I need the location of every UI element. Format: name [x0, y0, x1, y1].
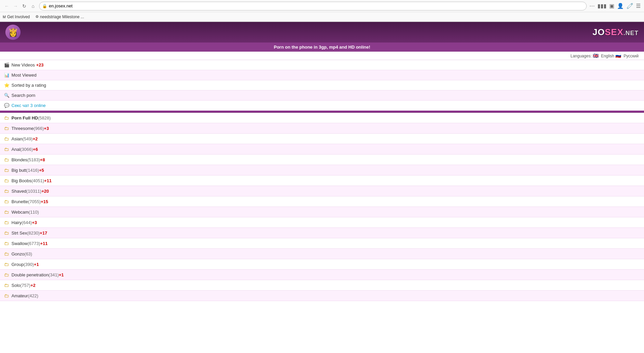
english-link[interactable]: English — [601, 54, 614, 58]
category-count: (6773) — [28, 241, 40, 246]
category-name: Gonzo — [11, 251, 24, 256]
search-porn-label: Search porn — [11, 93, 35, 98]
languages-label: Languages: — [570, 54, 592, 58]
category-name: Hairy — [11, 220, 22, 225]
nav-item-most-viewed[interactable]: 📊 Most Viewed — [0, 70, 644, 80]
most-viewed-label: Most Viewed — [11, 73, 36, 78]
category-name: Webcam — [11, 210, 29, 215]
reload-button[interactable]: ↻ — [20, 2, 28, 10]
site-logo: JOSEX.NET — [592, 27, 639, 37]
category-count: (966) — [34, 126, 44, 131]
browser-menu-icons: ⋯ ▮▮▮ ▣ 👤 🧷 ☰ — [589, 2, 641, 10]
category-count: (4051) — [31, 178, 44, 183]
home-button[interactable]: ⌂ — [29, 2, 37, 10]
category-item[interactable]: 🗀Brunette (7055)+15 — [0, 196, 644, 207]
category-name: Brunette — [11, 199, 28, 204]
category-item[interactable]: 🗀Anal (3066)+6 — [0, 144, 644, 155]
category-new: +6 — [33, 147, 38, 152]
category-new: +5 — [39, 168, 44, 173]
back-button[interactable]: ← — [3, 2, 11, 10]
category-count: (549) — [23, 136, 33, 141]
russian-link[interactable]: Русский — [623, 54, 639, 58]
category-item[interactable]: 🗀Big butt (1416)+5 — [0, 165, 644, 175]
extensions-icon[interactable]: 🧷 — [626, 2, 634, 10]
overflow-icon[interactable]: ⋯ — [589, 2, 595, 10]
category-item[interactable]: 🗀Porn Full HD (5828) — [0, 113, 644, 123]
category-item[interactable]: 🗀Asian (549)+2 — [0, 134, 644, 144]
bookmark-needstriage[interactable]: ⚙ needstriage Milestone ... — [35, 15, 84, 19]
folder-icon: 🗀 — [4, 262, 9, 267]
category-count: (341) — [49, 272, 59, 277]
category-item[interactable]: 🗀Webcam (110) — [0, 207, 644, 217]
profile-icon[interactable]: 👤 — [616, 2, 624, 10]
category-count: (757) — [20, 283, 30, 288]
search-porn-icon: 🔍 — [4, 93, 9, 98]
category-count: (5183) — [27, 157, 40, 162]
nav-item-new-videos[interactable]: 🎬 New Videos +23 — [0, 60, 644, 70]
folder-icon: 🗀 — [4, 157, 9, 162]
category-item[interactable]: 🗀Group (390)+1 — [0, 259, 644, 270]
category-new: +20 — [41, 189, 49, 194]
folder-icon: 🗀 — [4, 146, 9, 152]
nav-buttons: ← → ↻ ⌂ — [3, 2, 37, 10]
bookmark-get-involved[interactable]: M Get Involved — [3, 15, 30, 19]
browser-toolbar: ← → ↻ ⌂ 🔒 ⋯ ▮▮▮ ▣ 👤 🧷 ☰ — [0, 0, 644, 12]
category-new: +15 — [41, 199, 48, 204]
url-input[interactable] — [49, 3, 582, 8]
category-item[interactable]: 🗀Blondes (5183)+8 — [0, 155, 644, 165]
folder-icon: 🗀 — [4, 282, 9, 288]
collections-icon[interactable]: ▣ — [609, 2, 615, 10]
nav-item-search-porn[interactable]: 🔍 Search porn — [0, 90, 644, 101]
most-viewed-icon: 📊 — [4, 73, 9, 78]
category-item[interactable]: 🗀Big Boobs (4051)+11 — [0, 175, 644, 186]
sorted-rating-label: Sorted by a rating — [11, 83, 46, 88]
category-item[interactable]: 🗀Amateur (422) — [0, 291, 644, 301]
category-count: (422) — [28, 293, 38, 298]
library-icon[interactable]: ▮▮▮ — [597, 2, 607, 10]
forward-button[interactable]: → — [11, 2, 20, 10]
new-videos-icon: 🎬 — [4, 62, 9, 67]
new-videos-label: New Videos — [11, 62, 35, 67]
category-new: +11 — [44, 178, 52, 183]
category-name: Blondes — [11, 157, 27, 162]
category-item[interactable]: 🗀Gonzo (63) — [0, 249, 644, 259]
sorted-rating-icon: ⭐ — [4, 83, 9, 88]
category-item[interactable]: 🗀Double penetration (341)+1 — [0, 270, 644, 280]
folder-icon: 🗀 — [4, 209, 9, 215]
logo-jo: JO — [592, 27, 605, 37]
folder-icon: 🗀 — [4, 241, 9, 246]
category-name: Solo — [11, 283, 20, 288]
nav-item-sorted-rating[interactable]: ⭐ Sorted by a rating — [0, 80, 644, 90]
logo-net: .NET — [623, 30, 639, 36]
category-count: (644) — [22, 220, 32, 225]
category-count: (3066) — [20, 147, 33, 152]
bookmark-icon-1: M — [3, 15, 6, 19]
category-name: Strt Sex — [11, 230, 27, 236]
category-count: (10311) — [26, 189, 41, 194]
category-new: +8 — [40, 157, 45, 162]
category-item[interactable]: 🗀Swallow (6773)+11 — [0, 238, 644, 249]
category-count: (63) — [24, 251, 32, 256]
folder-icon: 🗀 — [4, 251, 9, 256]
category-item[interactable]: 🗀Shaved (10311)+20 — [0, 186, 644, 196]
category-item[interactable]: 🗀Solo (757)+2 — [0, 280, 644, 291]
sex-chat-icon: 💬 — [4, 103, 9, 108]
hamburger-icon[interactable]: ☰ — [635, 2, 641, 10]
category-name: Swallow — [11, 241, 28, 246]
browser-chrome: ← → ↻ ⌂ 🔒 ⋯ ▮▮▮ ▣ 👤 🧷 ☰ M Get Involved ⚙… — [0, 0, 644, 22]
category-name: Asian — [11, 136, 23, 141]
category-new: +3 — [32, 220, 37, 225]
category-count: (7055) — [28, 199, 41, 204]
category-count: (1416) — [26, 168, 39, 173]
category-name: Double penetration — [11, 272, 49, 277]
address-bar[interactable]: 🔒 — [39, 2, 587, 10]
bookmark-label-1: Get Involved — [7, 15, 30, 19]
category-item[interactable]: 🗀Threesome (966)+3 — [0, 123, 644, 134]
english-flag: 🇬🇧 — [593, 53, 598, 58]
category-item[interactable]: 🗀Hairy (644)+3 — [0, 217, 644, 228]
category-item[interactable]: 🗀Strt Sex (8230)+17 — [0, 228, 644, 238]
sex-chat-label: Секс чат 3 online — [11, 103, 46, 108]
nav-item-sex-chat[interactable]: 💬 Секс чат 3 online — [0, 101, 644, 111]
site-logo-area: 👸 — [5, 25, 21, 40]
category-new: +3 — [44, 126, 49, 131]
